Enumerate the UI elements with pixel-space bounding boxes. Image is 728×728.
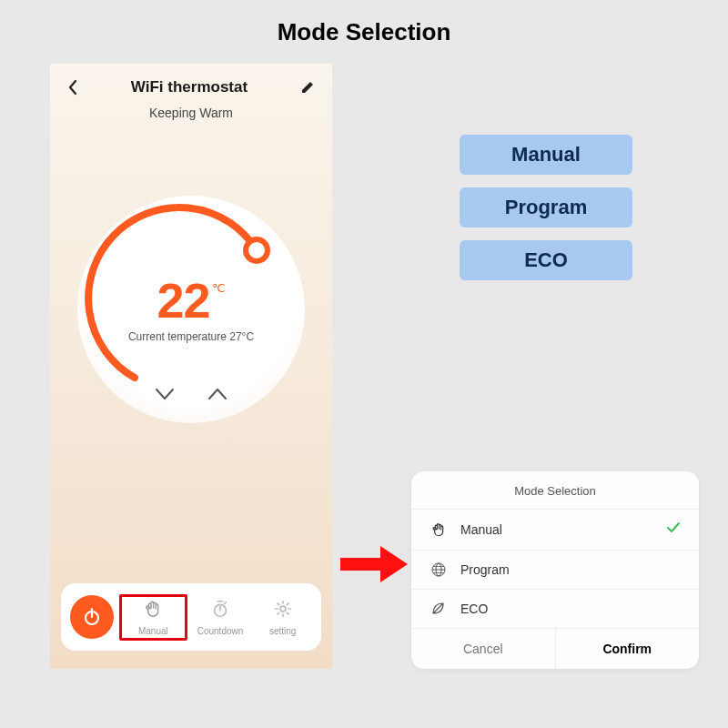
popup-title: Mode Selection [411,471,699,509]
temperature-unit: ℃ [212,281,226,295]
back-icon[interactable] [66,79,79,96]
hand-icon [143,599,163,622]
globe-icon [430,561,448,578]
popup-row-program[interactable]: Program [411,550,699,589]
svg-rect-8 [340,558,382,571]
temperature-dial[interactable]: 22 ℃ Current temperature 27°C [77,196,305,423]
popup-actions: Cancel Confirm [411,628,699,669]
mode-button-list: Manual Program ECO [460,135,632,280]
svg-line-6 [225,602,227,603]
popup-confirm-button[interactable]: Confirm [556,629,700,669]
mode-manual-button[interactable]: Manual [460,135,632,175]
popup-row-manual[interactable]: Manual [411,509,699,550]
device-status: Keeping Warm [50,106,332,120]
leaf-icon [430,601,448,617]
toolbar-manual-label: Manual [138,626,168,636]
popup-program-label: Program [460,562,681,577]
current-temperature-label: Current temperature 27°C [128,330,254,343]
mode-eco-button[interactable]: ECO [460,240,632,280]
edit-icon[interactable] [299,79,316,96]
timer-icon [210,599,230,622]
increase-temp-button[interactable] [205,385,230,403]
popup-manual-label: Manual [460,522,653,537]
power-button[interactable] [70,595,114,639]
device-title: WiFi thermostat [131,78,248,96]
toolbar-setting-button[interactable]: setting [253,595,312,640]
phone-header: WiFi thermostat [50,64,332,102]
popup-row-eco[interactable]: ECO [411,589,699,628]
page-title: Mode Selection [0,18,728,46]
toolbar-setting-label: setting [269,626,296,636]
gear-icon [273,599,293,622]
check-icon [666,521,681,539]
arrow-right-icon [340,546,408,582]
mode-program-button[interactable]: Program [460,187,632,228]
toolbar-manual-button[interactable]: Manual [119,594,187,641]
popup-eco-label: ECO [460,602,681,616]
hand-icon [430,521,448,538]
toolbar-countdown-label: Countdown [197,626,244,636]
toolbar-countdown-button[interactable]: Countdown [191,595,250,640]
decrease-temp-button[interactable] [152,385,177,403]
bottom-toolbar: Manual Countdown setting [61,583,321,651]
set-temperature: 22 [157,276,209,325]
popup-cancel-button[interactable]: Cancel [411,629,556,669]
thermostat-phone-panel: WiFi thermostat Keeping Warm 22 ℃ Curren… [50,64,332,669]
mode-selection-popup: Mode Selection Manual Program ECO Cancel… [411,471,699,669]
svg-point-7 [280,606,286,612]
